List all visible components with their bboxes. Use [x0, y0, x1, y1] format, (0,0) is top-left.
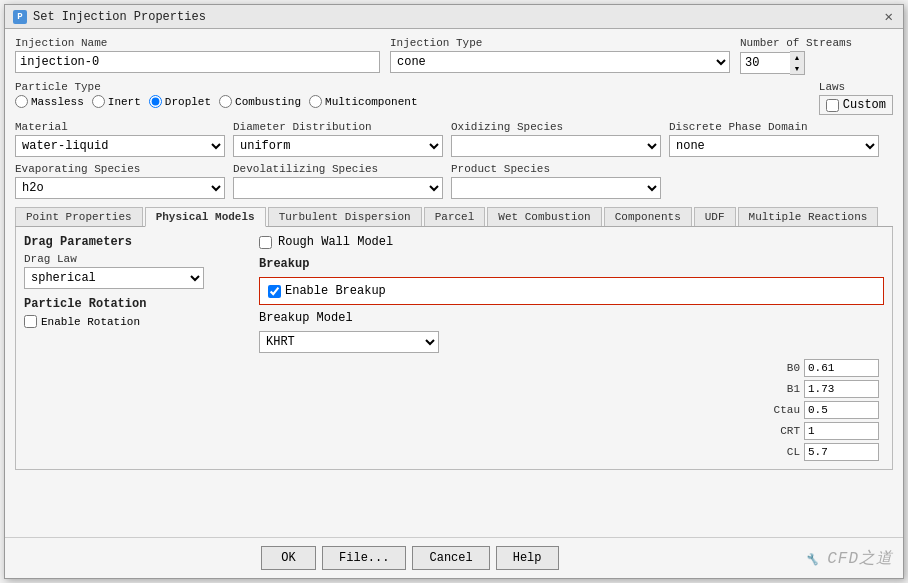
num-streams-input[interactable]: [740, 52, 790, 74]
footer: OK File... Cancel Help 🔧 CFD之道: [5, 537, 903, 578]
radio-massless-input[interactable]: [15, 95, 28, 108]
custom-checkbox[interactable]: [826, 99, 839, 112]
enable-rotation-label[interactable]: Enable Rotation: [24, 315, 239, 328]
help-button[interactable]: Help: [496, 546, 559, 570]
breakup-model-select[interactable]: KHRT: [259, 331, 439, 353]
tab-point-properties[interactable]: Point Properties: [15, 207, 143, 226]
title-bar-left: P Set Injection Properties: [13, 10, 206, 24]
material-label: Material: [15, 121, 225, 133]
set-injection-properties-dialog: P Set Injection Properties ✕ Injection N…: [4, 4, 904, 579]
evaporating-species-select[interactable]: h2o: [15, 177, 225, 199]
spinner-up[interactable]: ▲: [790, 52, 804, 63]
discrete-phase-select[interactable]: none: [669, 135, 879, 157]
breakup-section: Breakup Enable Breakup Breakup Model KHR…: [259, 257, 884, 461]
evaporating-species-group: Evaporating Species h2o: [15, 163, 225, 199]
left-panel: Drag Parameters Drag Law spherical Parti…: [24, 235, 239, 461]
radio-combusting-input[interactable]: [219, 95, 232, 108]
radio-multicomponent-label: Multicomponent: [325, 96, 417, 108]
spinner-buttons: ▲ ▼: [790, 51, 805, 75]
tab-physical-models[interactable]: Physical Models: [145, 207, 266, 227]
injection-type-group: Injection Type cone: [390, 37, 730, 73]
num-streams-spinner: ▲ ▼: [740, 51, 852, 75]
particle-laws-row: Particle Type Massless Inert Droplet: [15, 81, 893, 115]
tab-turbulent-dispersion[interactable]: Turbulent Dispersion: [268, 207, 422, 226]
radio-multicomponent[interactable]: Multicomponent: [309, 95, 417, 108]
discrete-phase-label: Discrete Phase Domain: [669, 121, 879, 133]
tab-wet-combustion[interactable]: Wet Combustion: [487, 207, 601, 226]
enable-breakup-box: Enable Breakup: [259, 277, 884, 305]
tab-udf[interactable]: UDF: [694, 207, 736, 226]
oxidizing-species-select[interactable]: [451, 135, 661, 157]
param-cl-label: CL: [259, 446, 800, 458]
enable-breakup-label: Enable Breakup: [285, 284, 386, 298]
param-b0-input[interactable]: [804, 359, 879, 377]
tab-content-physical-models: Drag Parameters Drag Law spherical Parti…: [15, 227, 893, 470]
diameter-dist-label: Diameter Distribution: [233, 121, 443, 133]
diameter-dist-group: Diameter Distribution uniform: [233, 121, 443, 157]
devolatilizing-species-label: Devolatilizing Species: [233, 163, 443, 175]
rough-wall-checkbox[interactable]: [259, 236, 272, 249]
radio-massless-label: Massless: [31, 96, 84, 108]
diameter-dist-select[interactable]: uniform: [233, 135, 443, 157]
devolatilizing-species-select[interactable]: [233, 177, 443, 199]
param-crt-label: CRT: [259, 425, 800, 437]
tab-inner: Drag Parameters Drag Law spherical Parti…: [24, 235, 884, 461]
species-row: Evaporating Species h2o Devolatilizing S…: [15, 163, 893, 199]
ok-button[interactable]: OK: [261, 546, 316, 570]
param-crt-input[interactable]: [804, 422, 879, 440]
discrete-phase-group: Discrete Phase Domain none: [669, 121, 879, 157]
close-button[interactable]: ✕: [883, 10, 895, 24]
particle-rotation-section: Particle Rotation Enable Rotation: [24, 297, 239, 328]
param-cl-input[interactable]: [804, 443, 879, 461]
watermark: 🔧 CFD之道: [805, 548, 893, 569]
laws-section: Laws Custom: [819, 81, 893, 115]
param-ctau-input[interactable]: [804, 401, 879, 419]
title-bar: P Set Injection Properties ✕: [5, 5, 903, 29]
material-select[interactable]: water-liquid: [15, 135, 225, 157]
product-species-select[interactable]: [451, 177, 661, 199]
drag-parameters-title: Drag Parameters: [24, 235, 239, 249]
param-b1-input[interactable]: [804, 380, 879, 398]
radio-droplet-input[interactable]: [149, 95, 162, 108]
radio-droplet[interactable]: Droplet: [149, 95, 211, 108]
enable-rotation-checkbox[interactable]: [24, 315, 37, 328]
radio-massless[interactable]: Massless: [15, 95, 84, 108]
radio-combusting[interactable]: Combusting: [219, 95, 301, 108]
breakup-params-grid: B0 B1 Ctau CRT CL: [259, 359, 884, 461]
drag-law-group: Drag Law spherical: [24, 253, 239, 289]
injection-name-input[interactable]: [15, 51, 380, 73]
dialog-icon: P: [13, 10, 27, 24]
right-panel: Rough Wall Model Breakup Enable Breakup …: [259, 235, 884, 461]
radio-multicomponent-input[interactable]: [309, 95, 322, 108]
enable-breakup-checkbox[interactable]: [268, 285, 281, 298]
num-streams-group: Number of Streams ▲ ▼: [740, 37, 852, 75]
product-species-label: Product Species: [451, 163, 661, 175]
cancel-button[interactable]: Cancel: [412, 546, 489, 570]
rough-wall-row: Rough Wall Model: [259, 235, 884, 249]
tab-parcel[interactable]: Parcel: [424, 207, 486, 226]
breakup-model-row: Breakup Model: [259, 311, 884, 325]
material-group: Material water-liquid: [15, 121, 225, 157]
watermark-text: CFD之道: [827, 550, 893, 568]
radio-inert[interactable]: Inert: [92, 95, 141, 108]
param-b1-label: B1: [259, 383, 800, 395]
tabs-container: Point Properties Physical Models Turbule…: [15, 205, 893, 470]
oxidizing-species-label: Oxidizing Species: [451, 121, 661, 133]
file-button[interactable]: File...: [322, 546, 406, 570]
param-ctau-label: Ctau: [259, 404, 800, 416]
devolatilizing-species-group: Devolatilizing Species: [233, 163, 443, 199]
radio-inert-input[interactable]: [92, 95, 105, 108]
particle-type-section: Particle Type Massless Inert Droplet: [15, 81, 809, 108]
spinner-down[interactable]: ▼: [790, 63, 804, 74]
footer-buttons: OK File... Cancel Help: [15, 546, 805, 570]
drag-law-select[interactable]: spherical: [24, 267, 204, 289]
enable-rotation-text: Enable Rotation: [41, 316, 140, 328]
injection-type-select[interactable]: cone: [390, 51, 730, 73]
tab-multiple-reactions[interactable]: Multiple Reactions: [738, 207, 879, 226]
drag-law-label: Drag Law: [24, 253, 239, 265]
particle-rotation-title: Particle Rotation: [24, 297, 239, 311]
oxidizing-species-group: Oxidizing Species: [451, 121, 661, 157]
tab-components[interactable]: Components: [604, 207, 692, 226]
laws-label: Laws: [819, 81, 893, 93]
dialog-content: Injection Name Injection Type cone Numbe…: [5, 29, 903, 537]
